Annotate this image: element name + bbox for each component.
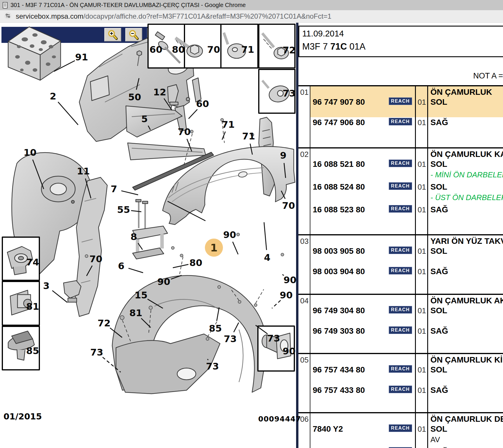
description-cell: SAĞ xyxy=(428,204,503,225)
reach-badge[interactable]: REACH xyxy=(389,267,412,274)
description-cell: SOL- ÜST ÖN DARBELER xyxy=(428,182,503,204)
catalog-reference: M3F 7 71C 01A xyxy=(302,41,503,52)
reach-badge[interactable]: REACH xyxy=(389,246,412,254)
part-description: SOL xyxy=(430,306,503,315)
site-settings-icon[interactable] xyxy=(4,12,12,21)
part-description: SOL xyxy=(430,365,503,374)
part-number[interactable]: 98 003 904 80 xyxy=(313,267,365,276)
block-title: ÖN ÇAMURLUK xyxy=(428,86,503,97)
parts-table-panel: 11.09.2014 M3F 7 71C 01A NOT A = 01ÖN ÇA… xyxy=(296,23,503,448)
part-number-cell[interactable]: 98 003 905 80REACH xyxy=(310,246,416,266)
part-number-cell[interactable]: 98 003 904 80REACH xyxy=(310,266,416,287)
part-number[interactable]: 98 003 905 80 xyxy=(313,246,365,256)
window-title: 301 - M3F 7 71C01A - ÖN ÇAMUR-TEKER DAVL… xyxy=(10,2,246,8)
part-description: SAĞ xyxy=(430,326,503,336)
diagram-image-number: 00094447 xyxy=(258,415,295,423)
part-number[interactable]: 16 088 523 80 xyxy=(313,205,365,214)
block-ref-number: 01 xyxy=(298,86,310,97)
parts-block: 05ÖN ÇAMURLUK KİRİŞ T96 757 434 80REACH0… xyxy=(298,354,503,413)
block-title: ÖN ÇAMURLUK KAPLA xyxy=(428,148,503,159)
parts-diagram-art xyxy=(0,23,296,428)
block-title: YARI ÖN YÜZ TAKVİYE xyxy=(428,235,503,246)
part-number-cell[interactable]: REACH xyxy=(310,447,416,448)
quantity-cell: 01 xyxy=(416,424,428,447)
variant-note: - ÜST ÖN DARBELER xyxy=(430,193,503,202)
catalog-header: 11.09.2014 M3F 7 71C 01A xyxy=(298,26,503,57)
quantity-cell: 01 xyxy=(416,266,428,287)
part-number-cell[interactable]: 96 749 303 80REACH xyxy=(310,326,416,346)
description-cell: SOL xyxy=(428,305,503,326)
part-number[interactable]: 96 747 907 80 xyxy=(313,97,365,107)
reach-badge[interactable]: REACH xyxy=(389,424,412,432)
variant-note: - MİNİ ÖN DARBELER xyxy=(430,170,503,179)
part-number-cell[interactable]: 96 749 304 80REACH xyxy=(310,305,416,326)
reach-badge[interactable]: REACH xyxy=(389,306,412,314)
reach-badge[interactable]: REACH xyxy=(389,205,412,213)
quantity-cell: 01 xyxy=(416,305,428,326)
part-number-cell[interactable]: 96 757 433 80REACH xyxy=(310,385,416,405)
part-description: SAĞ xyxy=(430,205,503,214)
description-cell: SOL- MİNİ ÖN DARBELER xyxy=(428,159,503,182)
catalog-date: 11.09.2014 xyxy=(302,29,503,38)
quantity-cell: 01 xyxy=(416,97,428,117)
part-description: SAĞ xyxy=(430,267,503,276)
quantity-cell: 01 xyxy=(416,204,428,225)
reach-badge[interactable]: REACH xyxy=(389,160,412,167)
reach-badge[interactable]: REACH xyxy=(389,365,412,373)
parts-block: 04ÖN ÇAMURLUK AKUST96 749 304 80REACH01S… xyxy=(298,295,503,354)
reach-badge[interactable]: REACH xyxy=(389,326,412,334)
description-cell: SOL xyxy=(428,97,503,117)
url-text[interactable]: servicebox.mpsa.com/docapvpr/affiche.do?… xyxy=(16,12,331,20)
part-number-cell[interactable]: 96 757 434 80REACH xyxy=(310,365,416,385)
block-ref-number: 04 xyxy=(298,295,310,305)
part-number[interactable]: 96 747 906 80 xyxy=(313,118,365,127)
note-row: NOT A = xyxy=(298,57,503,85)
reach-badge[interactable]: REACH xyxy=(389,97,412,105)
reach-badge[interactable]: REACH xyxy=(389,118,412,125)
part-number-cell[interactable]: 96 747 907 80REACH xyxy=(310,97,416,117)
part-description: SAĞ xyxy=(430,386,503,395)
part-number-cell[interactable]: 7840 Y2REACH xyxy=(310,424,416,447)
quantity-cell: 01 xyxy=(416,182,428,204)
parts-block: 01ÖN ÇAMURLUK96 747 907 80REACH01SOL96 7… xyxy=(298,86,503,148)
reach-badge[interactable]: REACH xyxy=(389,182,412,190)
document-icon xyxy=(3,2,8,8)
block-ref-number: 03 xyxy=(298,235,310,246)
description-cell: SAĞ xyxy=(428,266,503,287)
description-cell: SOLAV xyxy=(428,424,503,447)
part-number-cell[interactable]: 16 088 523 80REACH xyxy=(310,204,416,225)
description-cell: SOL xyxy=(428,246,503,266)
part-description: SOL xyxy=(430,424,503,434)
description-cell: SAĞ xyxy=(428,385,503,405)
reach-badge[interactable]: REACH xyxy=(389,386,412,393)
description-cell: SAĞ xyxy=(428,447,503,448)
quantity-cell: 01 xyxy=(416,246,428,266)
block-title: ÖN ÇAMURLUK DESTE xyxy=(428,413,503,424)
part-number-cell[interactable]: 16 088 524 80REACH xyxy=(310,182,416,204)
url-bar[interactable]: servicebox.mpsa.com/docapvpr/affiche.do?… xyxy=(0,10,503,23)
part-description: SOL xyxy=(430,160,503,169)
part-number[interactable]: 96 749 303 80 xyxy=(313,326,365,336)
description-cell: SOL xyxy=(428,365,503,385)
quantity-cell: 01 xyxy=(416,365,428,385)
part-description: SAĞ xyxy=(430,118,503,127)
diagram-panel: 01/2015 00094447 xyxy=(0,23,296,448)
parts-blocks: 01ÖN ÇAMURLUK96 747 907 80REACH01SOL96 7… xyxy=(298,85,503,448)
note-label: NOT A = xyxy=(473,71,503,80)
parts-block: 03YARI ÖN YÜZ TAKVİYE98 003 905 80REACH0… xyxy=(298,235,503,295)
part-number-cell[interactable]: 16 088 521 80REACH xyxy=(310,159,416,182)
quantity-cell: 01 xyxy=(416,159,428,182)
block-ref-number: 05 xyxy=(298,354,310,365)
part-description: SOL xyxy=(430,246,503,256)
part-number[interactable]: 96 757 434 80 xyxy=(313,365,365,374)
part-number[interactable]: 96 749 304 80 xyxy=(313,306,365,315)
part-number[interactable]: 7840 Y2 xyxy=(313,424,343,434)
page: { "browser": { "title": "301 - M3F 7 71C… xyxy=(0,0,503,448)
position-note: AV xyxy=(430,435,503,444)
description-cell: SAĞ xyxy=(428,117,503,138)
part-number[interactable]: 16 088 524 80 xyxy=(313,182,365,192)
part-number-cell[interactable]: 96 747 906 80REACH xyxy=(310,117,416,138)
part-number[interactable]: 16 088 521 80 xyxy=(313,160,365,169)
part-number[interactable]: 96 757 433 80 xyxy=(313,386,365,395)
block-title: ÖN ÇAMURLUK KİRİŞ T xyxy=(428,354,503,365)
